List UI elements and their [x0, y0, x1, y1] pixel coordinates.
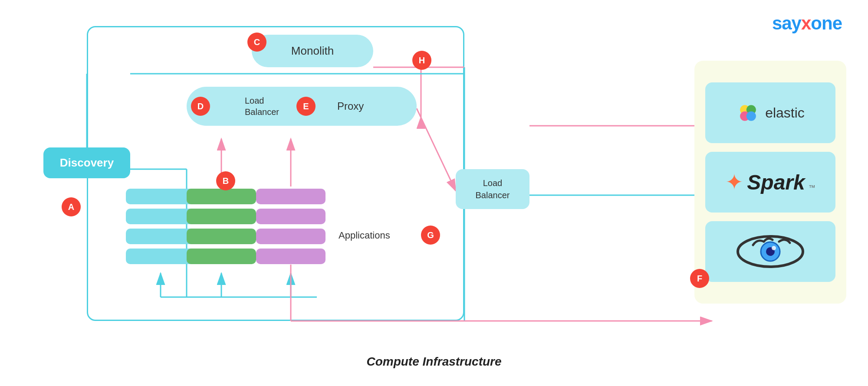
lb-proxy-node: D LoadBalancer E Proxy	[187, 87, 417, 126]
spark-label: Spark	[747, 170, 805, 194]
badge-f: F	[690, 269, 709, 288]
services-panel: elastic ✦ Spark ™	[694, 61, 846, 304]
monolith-node: Monolith	[252, 35, 373, 67]
discovery-node: Discovery	[43, 147, 130, 178]
proxy-label: Proxy	[337, 100, 364, 112]
outer-boundary	[87, 26, 464, 321]
elastic-icon	[736, 101, 760, 125]
applications-label: Applications	[339, 230, 390, 241]
eye-card	[705, 221, 835, 282]
badge-e: E	[296, 97, 316, 116]
bar-purple-3	[256, 229, 326, 244]
svg-point-28	[772, 246, 776, 250]
elastic-label: elastic	[765, 105, 805, 121]
logo: sayxone	[772, 13, 842, 34]
logo-text: say	[772, 13, 801, 33]
spark-logo: ✦ Spark ™	[725, 170, 815, 194]
bar-teal-2	[126, 209, 195, 224]
bar-green-4	[187, 249, 256, 264]
logo-one: one	[811, 13, 842, 33]
lb-right-node: LoadBalancer	[456, 169, 529, 209]
badge-g: G	[421, 226, 440, 245]
load-balancer-label: LoadBalancer	[245, 95, 279, 118]
stack-green	[187, 189, 256, 264]
bar-purple-2	[256, 209, 326, 224]
elastic-card: elastic	[705, 82, 835, 143]
stack-purple	[256, 189, 326, 264]
badge-b: B	[216, 171, 235, 190]
spark-star-icon: ✦	[725, 171, 743, 193]
bar-green-1	[187, 189, 256, 204]
bar-teal-3	[126, 229, 195, 244]
bar-green-3	[187, 229, 256, 244]
bar-green-2	[187, 209, 256, 224]
monolith-label: Monolith	[291, 44, 334, 57]
spark-card: ✦ Spark ™	[705, 152, 835, 213]
bar-purple-1	[256, 189, 326, 204]
stack-teal	[126, 189, 195, 264]
logo-x: x	[801, 13, 811, 33]
badge-d: D	[191, 97, 210, 116]
footer-text: Compute Infrastructure	[366, 355, 501, 369]
svg-line-15	[417, 108, 456, 191]
eye-icon	[736, 232, 805, 271]
svg-point-24	[746, 111, 756, 121]
diagram-container: sayxone	[0, 0, 868, 386]
elastic-logo: elastic	[736, 101, 805, 125]
badge-h: H	[412, 51, 431, 70]
bar-teal-4	[126, 249, 195, 264]
bar-purple-4	[256, 249, 326, 264]
spark-tm: ™	[809, 184, 815, 192]
bar-teal-1	[126, 189, 195, 204]
badge-a: A	[62, 197, 81, 216]
badge-c: C	[247, 33, 266, 52]
lb-right-label: LoadBalancer	[476, 178, 510, 200]
discovery-label: Discovery	[60, 156, 114, 169]
